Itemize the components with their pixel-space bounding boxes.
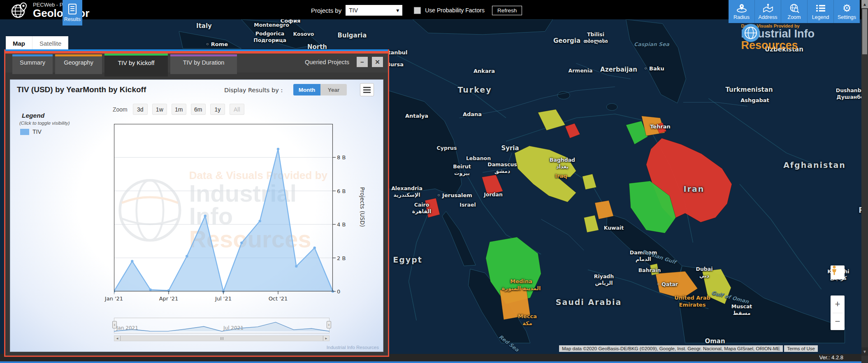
- map-type-map-button[interactable]: Map: [6, 36, 32, 50]
- region-polygon-border-spot[interactable]: [583, 174, 596, 190]
- results-button[interactable]: Results: [63, 0, 82, 26]
- tab-geography[interactable]: Geography: [55, 54, 102, 74]
- y-tick-label: 4 B: [337, 221, 346, 228]
- scroll-up-icon[interactable]: ▲: [861, 0, 868, 8]
- region-polygon-south-kuwait[interactable]: [584, 215, 599, 233]
- projects-by-select[interactable]: TIV ▾: [346, 5, 402, 16]
- chart-zoom-label: Zoom: [113, 106, 128, 113]
- map-type-satellite-button[interactable]: Satellite: [32, 36, 68, 50]
- map-label: Muscat مسقط: [731, 303, 752, 317]
- map-label: Cairo القاهرة: [412, 202, 432, 215]
- tab-label: TIV by Kickoff: [118, 60, 154, 66]
- radius-button[interactable]: Radius: [729, 0, 755, 23]
- tab-accent: [55, 54, 102, 56]
- iir-logo: Data & Visuals Provided by Industrial In…: [741, 23, 815, 51]
- chart-zoom-1m-button[interactable]: 1m: [172, 104, 186, 115]
- scroll-left-icon[interactable]: ◄: [114, 336, 120, 341]
- map-label: Dubai دبي: [696, 266, 713, 279]
- navigator-right-handle[interactable]: ‖: [327, 321, 331, 328]
- map-label: Egypt: [393, 255, 422, 264]
- map-zoom-out-button[interactable]: −: [831, 313, 845, 330]
- chart-zoom-1y-button[interactable]: 1y: [210, 104, 225, 115]
- pegman-button[interactable]: [831, 265, 845, 279]
- refresh-button[interactable]: Refresh: [492, 6, 522, 15]
- scroll-thumb[interactable]: [120, 336, 323, 341]
- tab-summary[interactable]: Summary: [12, 54, 53, 74]
- legend-item-tiv[interactable]: TIV: [20, 128, 42, 135]
- chart-credit: Industrial Info Resources: [327, 345, 379, 350]
- map-label: Georgia: [553, 37, 580, 44]
- titlebar-controls: Queried Projects − ✕: [305, 57, 383, 67]
- chart-zoom-all-button[interactable]: All: [230, 104, 244, 115]
- minimize-button[interactable]: −: [357, 57, 368, 67]
- settings-button[interactable]: ⚙ Settings: [834, 0, 860, 23]
- chart-menu-icon[interactable]: [360, 83, 374, 96]
- map-label: Syria: [501, 144, 519, 152]
- month-toggle-button[interactable]: Month: [293, 84, 320, 95]
- legend-label: Legend: [812, 14, 829, 20]
- zoom-button[interactable]: Zoom: [781, 0, 808, 23]
- probability-checkbox[interactable]: [414, 7, 421, 14]
- year-toggle-button[interactable]: Year: [320, 84, 347, 95]
- map-label: Jordan: [484, 191, 503, 198]
- map-zoom-in-button[interactable]: +: [831, 296, 845, 313]
- tab-accent: [12, 54, 53, 56]
- address-button[interactable]: Address: [755, 0, 781, 23]
- map-label: ◦ Baku: [644, 65, 664, 72]
- tab-accent: [104, 54, 168, 56]
- terms-of-use-link[interactable]: Terms of Use: [784, 345, 818, 352]
- radius-label: Radius: [733, 14, 750, 20]
- chart-zoom-3d-button[interactable]: 3d: [133, 104, 148, 115]
- map-label: Afghanistan: [783, 161, 846, 170]
- vscroll-thumb[interactable]: [862, 9, 867, 54]
- region-polygon-east-turkey[interactable]: [538, 109, 565, 130]
- map-label: Oman: [705, 337, 725, 345]
- dialog-titlebar[interactable]: SummaryGeographyTIV by KickoffTIV by Dur…: [5, 54, 388, 72]
- chart-zoom-1w-button[interactable]: 1w: [152, 104, 167, 115]
- dialog-tabs: SummaryGeographyTIV by KickoffTIV by Dur…: [12, 54, 237, 72]
- scroll-down-icon[interactable]: ▼: [861, 347, 868, 356]
- address-icon: [763, 3, 773, 13]
- tab-tiv-by-duration[interactable]: TIV by Duration: [170, 54, 237, 74]
- region-polygon-van[interactable]: [565, 123, 580, 138]
- region-polygon-kuwait[interactable]: [595, 200, 613, 219]
- queried-projects-dialog: SummaryGeographyTIV by KickoffTIV by Dur…: [4, 49, 389, 357]
- map-label: Kosovo: [293, 31, 314, 37]
- x-tick-label: Jul '21: [215, 296, 232, 302]
- header-query-controls: Projects by TIV ▾ Use Probability Factor…: [311, 5, 522, 16]
- zoom-icon: [789, 3, 799, 13]
- x-tick-label: Jan '21: [105, 296, 123, 302]
- chart-panel: TIV (USD) by YearMonth by Kickoff Displa…: [10, 79, 383, 352]
- map-label: Tbilisi თბილისი: [583, 31, 608, 45]
- map-label: Iran: [684, 184, 705, 193]
- chart-scrollbar: ◄ ►: [114, 335, 330, 341]
- chart-navigator[interactable]: [114, 318, 330, 333]
- legend-series-label: TIV: [32, 128, 42, 135]
- chart-zoom-row: Zoom 3d1w1m6m1yAll: [113, 104, 244, 115]
- tab-tiv-by-kickoff[interactable]: TIV by Kickoff: [104, 54, 168, 77]
- vertical-scrollbar[interactable]: ▲ ▼: [861, 0, 868, 363]
- close-icon[interactable]: ✕: [372, 57, 383, 67]
- chart-zoom-6m-button[interactable]: 6m: [191, 104, 206, 115]
- legend-button[interactable]: Legend: [808, 0, 834, 23]
- dialog-title: Queried Projects: [305, 59, 349, 65]
- map-label: Turkmenistan: [725, 86, 773, 93]
- legend-icon: [816, 3, 826, 13]
- map-label: Armenia: [569, 67, 593, 74]
- y-tick-label: 8 B: [337, 154, 346, 161]
- map-label: Iraq: [555, 173, 567, 180]
- tab-label: Summary: [20, 59, 45, 66]
- map-label: Riyadh الرياض: [594, 273, 614, 287]
- map-label: Saudi Arabia: [556, 298, 622, 307]
- tiv-area-chart[interactable]: [114, 124, 337, 297]
- display-results-label: Display Results by :: [224, 87, 283, 93]
- map-label: Cyprus: [437, 145, 457, 151]
- chart-title: TIV (USD) by YearMonth by Kickoff: [17, 85, 146, 94]
- scroll-right-icon[interactable]: ►: [323, 336, 329, 341]
- navigator-label: Jul 2021: [223, 325, 244, 331]
- y-tick-label: 6 B: [337, 188, 346, 194]
- address-label: Address: [759, 14, 777, 20]
- map-label: Medina المدينة المنورة: [502, 278, 541, 292]
- map-label: Mecca مكة: [518, 313, 537, 327]
- settings-label: Settings: [838, 14, 856, 20]
